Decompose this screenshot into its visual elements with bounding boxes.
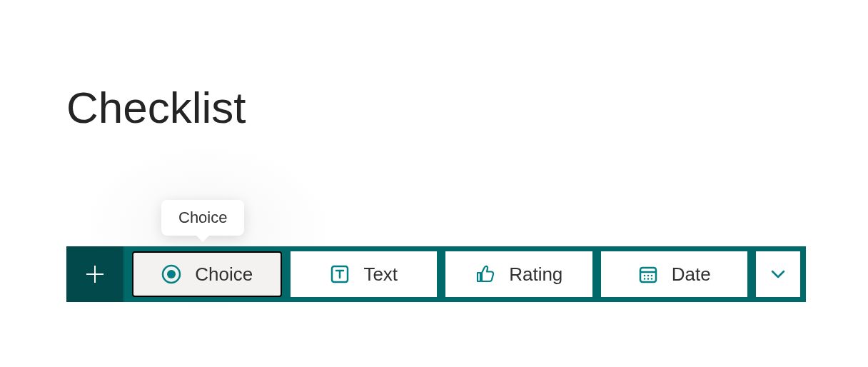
text-label: Text [363,263,398,286]
svg-point-11 [647,278,649,280]
question-type-toolbar: Choice Text Rating [66,246,806,302]
svg-point-10 [643,278,645,280]
chevron-down-icon [769,265,787,283]
more-options-button[interactable] [756,251,800,297]
page-title: Checklist [66,82,246,133]
rating-label: Rating [509,263,562,286]
text-icon [329,263,350,285]
svg-point-7 [643,275,645,277]
date-label: Date [672,263,711,286]
svg-point-3 [167,270,176,278]
thumbs-up-icon [475,263,496,285]
choice-button[interactable]: Choice [132,251,282,297]
radio-icon [161,263,182,285]
svg-point-8 [647,275,649,277]
svg-point-9 [650,275,652,277]
date-button[interactable]: Date [601,251,748,297]
text-button[interactable]: Text [291,251,438,297]
rating-button[interactable]: Rating [445,251,592,297]
choice-label: Choice [195,263,253,286]
plus-icon [84,263,106,285]
tooltip: Choice [161,200,244,236]
add-button[interactable] [66,246,123,302]
calendar-icon [637,263,659,285]
tooltip-text: Choice [178,208,227,226]
svg-point-12 [650,278,652,280]
